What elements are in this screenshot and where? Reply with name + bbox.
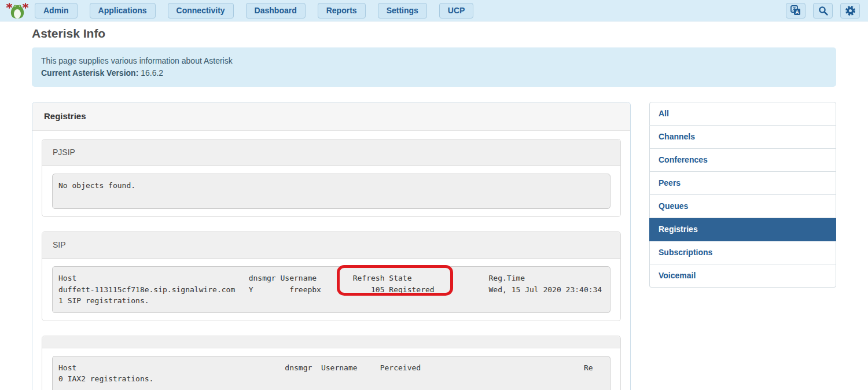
- asterisk-version-row: Current Asterisk Version: 16.6.2: [41, 67, 827, 79]
- gear-icon: [845, 5, 856, 16]
- pjsip-section: PJSIP No objects found.: [42, 139, 621, 217]
- navbar-actions: A: [786, 3, 860, 19]
- registries-panel-title: Registries: [32, 102, 630, 131]
- info-category-menu: All Channels Conferences Peers Queues Re…: [649, 102, 836, 288]
- sip-section-body: Host dnsmgr Username Refresh State Reg.T…: [42, 259, 620, 321]
- tab-reports[interactable]: Reports: [318, 3, 366, 19]
- info-banner-text: This page supplies various information a…: [41, 55, 827, 67]
- iax2-section: Host dnsmgr Username Perceived Re 0 IAX2…: [42, 336, 621, 390]
- sidebar-item-registries[interactable]: Registries: [649, 218, 836, 241]
- sidebar-item-all[interactable]: All: [649, 102, 836, 126]
- sip-section: SIP Host dnsmgr Username Refresh State R…: [42, 231, 621, 321]
- freepbx-logo-icon[interactable]: [6, 2, 29, 19]
- page-title: Asterisk Info: [32, 27, 836, 41]
- asterisk-version-value: 16.6.2: [138, 68, 163, 78]
- sidebar-item-channels[interactable]: Channels: [649, 126, 836, 149]
- page-container: Asterisk Info This page supplies various…: [0, 21, 868, 390]
- sidebar-item-queues[interactable]: Queues: [649, 195, 836, 218]
- sidebar-item-subscriptions[interactable]: Subscriptions: [649, 241, 836, 264]
- search-button[interactable]: [813, 3, 833, 19]
- tab-connectivity[interactable]: Connectivity: [168, 3, 234, 19]
- search-icon: [818, 6, 828, 16]
- sidebar-item-conferences[interactable]: Conferences: [649, 149, 836, 172]
- tab-applications[interactable]: Applications: [90, 3, 156, 19]
- tab-admin[interactable]: Admin: [35, 3, 78, 19]
- sip-console-output: Host dnsmgr Username Refresh State Reg.T…: [52, 266, 610, 313]
- asterisk-version-label: Current Asterisk Version:: [41, 68, 138, 78]
- content-row: Registries PJSIP No objects found. SIP H…: [32, 102, 836, 390]
- iax2-section-header: [42, 336, 620, 348]
- pjsip-section-header: PJSIP: [42, 139, 620, 166]
- language-icon: A: [790, 5, 801, 16]
- top-navbar: Admin Applications Connectivity Dashboar…: [0, 0, 868, 21]
- registries-panel: Registries PJSIP No objects found. SIP H…: [32, 102, 631, 390]
- tab-dashboard[interactable]: Dashboard: [246, 3, 306, 19]
- iax2-console-output: Host dnsmgr Username Perceived Re 0 IAX2…: [52, 356, 610, 390]
- info-banner: This page supplies various information a…: [32, 47, 836, 87]
- sidebar-item-voicemail[interactable]: Voicemail: [649, 264, 836, 288]
- main-menu: Admin Applications Connectivity Dashboar…: [35, 3, 473, 19]
- tab-ucp[interactable]: UCP: [439, 3, 474, 19]
- tab-settings[interactable]: Settings: [378, 3, 427, 19]
- settings-button[interactable]: [840, 3, 860, 19]
- iax2-section-body: Host dnsmgr Username Perceived Re 0 IAX2…: [42, 348, 620, 390]
- sip-section-header: SIP: [42, 232, 620, 259]
- pjsip-section-body: No objects found.: [42, 166, 620, 216]
- pjsip-console-output: No objects found.: [52, 174, 610, 209]
- sidebar-item-peers[interactable]: Peers: [649, 172, 836, 195]
- registries-panel-body: PJSIP No objects found. SIP Host dnsmgr …: [32, 131, 630, 390]
- language-button[interactable]: A: [786, 3, 806, 19]
